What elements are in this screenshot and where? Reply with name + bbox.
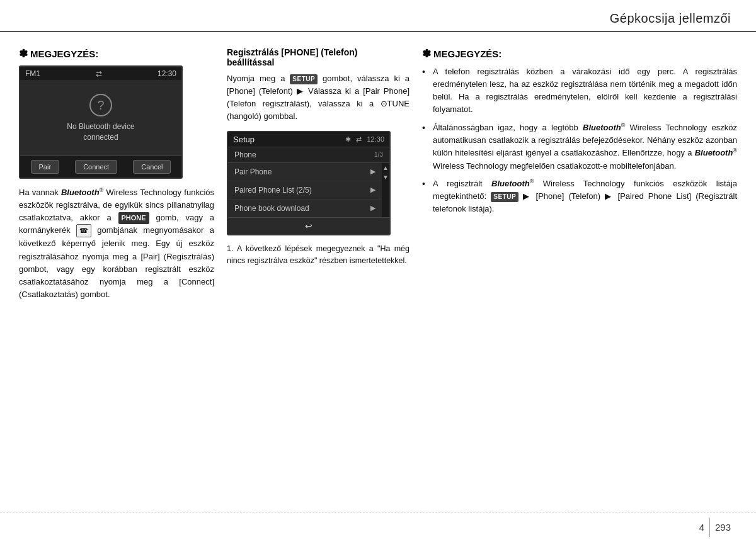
setup-label: Setup [233, 135, 255, 144]
screen-footer[interactable]: Pair Connect Cancel [20, 155, 181, 178]
footer-divider [709, 518, 710, 537]
phone-badge-inline: PHONE [118, 212, 149, 224]
screen-header: FM1 ⇄ 12:30 [20, 67, 181, 81]
right-column: ✽ MEGJEGYZÉS: A telefon regisztrálás köz… [422, 47, 737, 505]
setup-pagination: 1/3 [374, 151, 383, 158]
setup-screen-header: Setup ✱ ⇄ 12:30 [228, 132, 389, 147]
setup-sub-header: Phone 1/3 [228, 147, 389, 163]
bullet-item-3: A regisztrált Bluetooth® Wireless Techno… [422, 178, 737, 216]
bullet-text-2: Általánosságban igaz, hogy a legtöbb Blu… [433, 121, 737, 172]
right-note-label: MEGJEGYZÉS: [433, 48, 501, 59]
setup-menu-area: Pair Phone ▶ Paired Phone List (2/5) ▶ P… [228, 163, 389, 217]
phone-book-arrow: ▶ [370, 204, 375, 212]
screen-fm-label: FM1 [25, 69, 40, 78]
phone-book-label: Phone book download [234, 204, 309, 213]
setup-time: 12:30 [367, 135, 384, 143]
screen-body-text: No Bluetooth device connected [67, 121, 134, 143]
left-note-label: MEGJEGYZÉS: [30, 48, 98, 59]
back-icon: ↩ [305, 221, 312, 231]
back-button-area[interactable]: ↩ [228, 217, 389, 234]
paired-list-label: Paired Phone List (2/5) [234, 186, 312, 195]
screen-usb-icon: ⇄ [96, 69, 102, 78]
menu-items: Pair Phone ▶ Paired Phone List (2/5) ▶ P… [228, 163, 382, 217]
cancel-button[interactable]: Cancel [133, 160, 171, 174]
section-title: Regisztrálás [PHONE] (Telefon) beállítás… [227, 47, 410, 67]
mid-column: Regisztrálás [PHONE] (Telefon) beállítás… [227, 47, 410, 505]
page-number-area: 4 293 [699, 518, 731, 537]
scrollbar: ▲ ▼ [382, 163, 389, 217]
page-footer: 4 293 [0, 512, 756, 542]
question-icon: ? [89, 94, 112, 116]
mid-intro-text: Nyomja meg a SETUP gombot, válassza ki a… [227, 72, 410, 123]
pair-button[interactable]: Pair [31, 160, 60, 174]
paired-list-arrow: ▶ [370, 186, 375, 194]
setup-badge: SETUP [290, 74, 318, 84]
bt-icon: ✱ [345, 135, 351, 144]
pair-phone-arrow: ▶ [370, 167, 375, 176]
screen-body: ? No Bluetooth device connected [20, 81, 181, 155]
bullet-item-1: A telefon regisztrálás közben a várakozá… [422, 65, 737, 116]
right-asterisk-icon: ✽ [422, 47, 431, 60]
connect-button[interactable]: Connect [75, 160, 117, 174]
setup-phone-label: Phone [234, 150, 256, 159]
pair-phone-label: Pair Phone [234, 167, 272, 176]
screen-time: 12:30 [158, 69, 176, 78]
left-body-text: Ha vannak Bluetooth® Wireless Technology… [19, 186, 214, 302]
menu-item-pair-phone[interactable]: Pair Phone ▶ [228, 163, 382, 181]
page-number-sub: 293 [715, 522, 731, 533]
header-title: Gépkocsija jellemzői [610, 11, 731, 26]
phone-icon-inline: ☎ [76, 224, 91, 237]
main-content: ✽ MEGJEGYZÉS: FM1 ⇄ 12:30 ? No Bluetooth… [0, 32, 756, 511]
left-column: ✽ MEGJEGYZÉS: FM1 ⇄ 12:30 ? No Bluetooth… [19, 47, 214, 505]
bullet-item-2: Általánosságban igaz, hogy a legtöbb Blu… [422, 121, 737, 172]
setup-badge-right: SETUP [491, 192, 518, 202]
bullet-list: A telefon regisztrálás közben a várakozá… [422, 65, 737, 216]
setup-screen: Setup ✱ ⇄ 12:30 Phone 1/3 Pair Phone ▶ [227, 131, 391, 235]
setup-header-icons: ✱ ⇄ 12:30 [345, 135, 384, 144]
right-note-header: ✽ MEGJEGYZÉS: [422, 47, 737, 60]
left-note-header: ✽ MEGJEGYZÉS: [19, 47, 214, 60]
asterisk-icon: ✽ [19, 47, 28, 60]
bullet-text-1: A telefon regisztrálás közben a várakozá… [433, 65, 737, 116]
bluetooth-screen: FM1 ⇄ 12:30 ? No Bluetooth device connec… [19, 65, 183, 179]
page-header: Gépkocsija jellemzői [0, 0, 756, 32]
scroll-up-icon[interactable]: ▲ [382, 164, 389, 171]
page-number-main: 4 [699, 522, 704, 533]
mid-numbered-note: 1. A következő lépések megegyeznek a "Ha… [227, 243, 410, 268]
usb-icon2: ⇄ [356, 135, 362, 144]
bullet-text-3: A regisztrált Bluetooth® Wireless Techno… [433, 178, 737, 216]
menu-item-phone-book[interactable]: Phone book download ▶ [228, 200, 382, 217]
scroll-down-icon[interactable]: ▼ [382, 174, 389, 181]
menu-item-paired-list[interactable]: Paired Phone List (2/5) ▶ [228, 181, 382, 200]
